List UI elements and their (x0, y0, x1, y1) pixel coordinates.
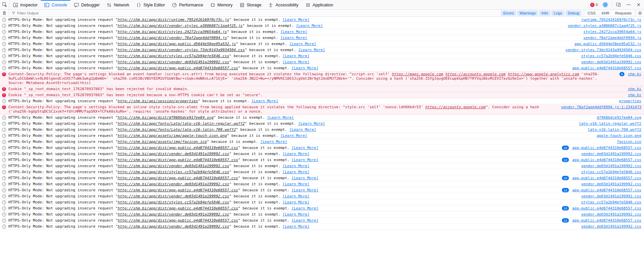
learn-more-link[interactable]: [Learn More] (292, 218, 318, 223)
request-url-link[interactable]: http://shm.bi/app/dist/vendor.de03d1491a… (118, 164, 229, 168)
learn-more-link[interactable]: [Learn More] (292, 206, 318, 210)
learn-more-link[interactable]: [Learn More] (292, 176, 318, 180)
source-file-link[interactable]: app-public.e4d8744310e68557.css (572, 218, 641, 223)
request-url-link[interactable]: http://shm.bi/app/dist/vendor.de03d1491a… (118, 194, 229, 198)
filter-xhr-button[interactable]: XHR (599, 10, 612, 16)
source-file-link[interactable]: app-public.d5644e58ee95a532.js (574, 42, 641, 46)
source-file-link[interactable]: vendor.78af2aee4ddf0994.js (583, 36, 641, 40)
request-url-link[interactable]: http://shm.bi/app/fonts/Lato/lato-v16-la… (118, 127, 236, 132)
filter-logs-button[interactable]: Logs (551, 10, 565, 16)
directive-url-link[interactable]: https://accounts.google.com (425, 105, 485, 109)
request-url-link[interactable]: http://shm.bi/app/dist/styles.cc57a2b94e… (118, 170, 229, 174)
learn-more-link[interactable]: [Learn More] (283, 200, 309, 204)
request-url-link[interactable]: http://shm.bi/app/dist/vendor-styles.73d… (118, 48, 245, 52)
learn-more-link[interactable]: [Learn More] (283, 60, 309, 64)
learn-more-link[interactable]: [Learn More] (283, 164, 309, 168)
request-url-link[interactable]: http://shm.bi/app/dist/vendor.de03d1491a… (118, 60, 229, 64)
filter-output-input[interactable] (17, 11, 501, 15)
learn-more-link[interactable]: [Learn More] (283, 54, 309, 58)
learn-more-link[interactable]: [Learn More] (283, 170, 309, 174)
source-file-link[interactable]: apple-touch-icon.png (597, 133, 641, 138)
tab-console[interactable]: Console (41, 0, 70, 9)
learn-more-link[interactable]: [Learn More] (283, 212, 309, 217)
filter-warnings-button[interactable]: Warnings (517, 10, 538, 16)
source-file-link[interactable]: styles.cc57a2b94efe5846.css (581, 200, 641, 204)
request-url-link[interactable]: http://shm.bi/app/dist/styles.cc57a2b94e… (118, 54, 229, 58)
directive-url-link[interactable]: https://maps.google.com (392, 72, 443, 76)
source-file-link[interactable]: app-public.e4d8744310e68557.css (572, 206, 641, 210)
source-file-link[interactable]: vendor.de03d1491a199992.css (581, 224, 641, 229)
source-file-link[interactable]: shm.bi (628, 87, 641, 91)
request-url-link[interactable]: http://shm.bi/app/dist/vendor.de03d1491a… (118, 152, 229, 156)
source-file-link[interactable]: styles.24272cca39654a64.js (583, 30, 641, 34)
source-file-link[interactable]: favicon.ico (617, 140, 641, 144)
learn-more-link[interactable]: [Learn More] (251, 99, 278, 103)
learn-more-link[interactable]: [Learn More] (292, 146, 318, 150)
request-url-link[interactable]: http://shm.bi/app/dist/df968bdce917ee84.… (118, 115, 214, 120)
responsive-design-mode-button[interactable] (614, 2, 623, 7)
learn-more-link[interactable]: [Learn More] (296, 24, 323, 28)
request-url-link[interactable]: http://shm.bi/app/dist/vendor.de03d1491a… (118, 212, 229, 217)
pick-element-button[interactable] (0, 0, 9, 9)
meatball-menu-button[interactable] (624, 2, 633, 7)
learn-more-link[interactable]: [Learn More] (283, 182, 309, 186)
filter-debug-button[interactable]: Debug (566, 10, 582, 16)
request-url-link[interactable]: http://shm.bi/app/dist/vendor.de03d1491a… (118, 182, 229, 186)
learn-more-link[interactable]: [Learn More] (289, 42, 316, 46)
learn-more-link[interactable]: [Learn More] (289, 127, 316, 132)
request-url-link[interactable]: http://shm.bi/app/dist/vendor.78af2aee4d… (118, 36, 227, 40)
tab-memory[interactable]: Memory (207, 0, 236, 9)
source-file-link[interactable]: app-public.e4d8744310e68557.css (572, 146, 641, 150)
source-file-link[interactable]: shm.bi (628, 93, 641, 97)
extension-atom-button[interactable] (601, 2, 610, 8)
console-settings-button[interactable] (635, 10, 644, 16)
source-file-link[interactable]: lato-v16-latin-700.woff2 (588, 127, 641, 132)
source-file-link[interactable]: app-public.e4d8744310e68557.css (572, 176, 641, 180)
tab-storage[interactable]: Storage (236, 0, 265, 9)
source-file-link[interactable]: app-public.e4d8744310e68557.css (572, 188, 641, 192)
source-file-link[interactable]: lato-v16-latin-regular.woff2 (579, 121, 641, 126)
request-url-link[interactable]: http://shm.bi/app/dist/app-public.e4d874… (118, 176, 238, 180)
request-url-link[interactable]: http://shm.bi/app/dist/styles.cc57a2b94e… (118, 200, 229, 204)
filter-requests-button[interactable]: Requests (613, 10, 634, 16)
source-file-link[interactable]: vendor-styles.a3886887c1aa4f25.js (568, 24, 641, 28)
tab-accessibility[interactable]: Accessibility (265, 0, 302, 9)
source-file-link[interactable]: properties (619, 99, 641, 103)
directive-url-link[interactable]: https://accounts.google.com (445, 72, 506, 76)
learn-more-link[interactable]: [Learn More] (280, 36, 307, 40)
learn-more-link[interactable]: [Learn More] (283, 152, 309, 156)
source-file-link[interactable]: vendor.de03d1491a199992.css (581, 194, 641, 198)
request-url-link[interactable]: http://shm.bi/api/session/properties (118, 99, 198, 103)
learn-more-link[interactable]: [Learn More] (298, 48, 325, 52)
learn-more-link[interactable]: [Learn More] (292, 66, 318, 70)
filter-css-button[interactable]: CSS (585, 10, 598, 16)
source-file-link[interactable]: vendor-styles.73dc9143a9934504.css (566, 48, 641, 52)
source-file-link[interactable]: app-public.e4d8744310e68557.css (572, 158, 641, 162)
learn-more-link[interactable]: [Learn More] (283, 224, 309, 229)
filter-errors-button[interactable]: Errors (501, 10, 516, 16)
source-file-link[interactable]: vendor.de03d1491a199992.css (581, 164, 641, 168)
source-file-link[interactable]: vendor.de03d1491a199992.css (581, 212, 641, 217)
learn-more-link[interactable]: [Learn More] (280, 30, 307, 34)
source-file-link[interactable]: styles.cc57a2b94efe5846.css (581, 54, 641, 58)
learn-more-link[interactable]: [Learn More] (260, 140, 287, 144)
source-file-link[interactable]: shm.bi (628, 72, 641, 76)
request-url-link[interactable]: http://shm.bi/app/dist/runtime.795241616… (118, 17, 229, 22)
learn-more-link[interactable]: [Learn More] (292, 188, 318, 192)
filter-info-button[interactable]: Info (539, 10, 550, 16)
request-url-link[interactable]: http://shm.bi/app/dist/vendor-styles.a38… (118, 24, 243, 28)
source-file-link[interactable]: df968bdce917ee84.svg (597, 115, 641, 120)
tab-styleeditor[interactable]: Style Editor (133, 0, 168, 9)
learn-more-link[interactable]: [Learn More] (298, 121, 325, 126)
source-file-link[interactable]: vendor.de03d1491a199992.css (581, 182, 641, 186)
request-url-link[interactable]: http://shm.bi/app/dist/styles.24272cca39… (118, 30, 227, 34)
request-url-link[interactable]: http://shm.bi/app/dist/app-public.e4d874… (118, 206, 238, 210)
source-file-link[interactable]: runtime.7952416169f0cf3c.js (581, 17, 641, 22)
request-url-link[interactable]: http://shm.bi/app/dist/app-public.e4d874… (118, 158, 238, 162)
learn-more-link[interactable]: [Learn More] (267, 115, 294, 120)
request-url-link[interactable]: http://shm.bi/app/dist/app-public.e4d874… (118, 66, 238, 70)
tab-performance[interactable]: Performance (168, 0, 207, 9)
source-file-link[interactable]: vendor.de03d1491a199992.css (581, 60, 641, 64)
close-devtools-button[interactable] (634, 2, 643, 7)
tab-inspector[interactable]: Inspector (9, 0, 41, 9)
